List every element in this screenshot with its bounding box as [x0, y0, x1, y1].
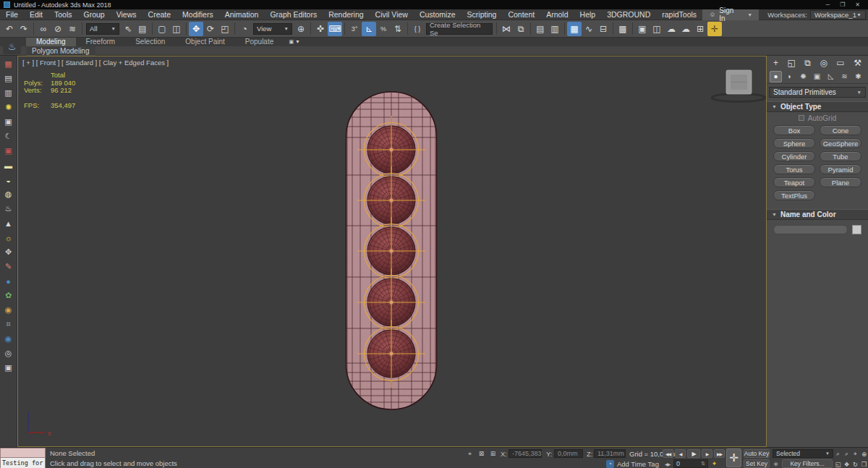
window-crossing-toggle-icon[interactable]: ◫	[169, 22, 184, 36]
redo-icon[interactable]: ↷	[17, 22, 31, 36]
light-lister-icon[interactable]: ✺	[2, 101, 15, 114]
menu-help[interactable]: Help	[574, 9, 602, 20]
render-setup-icon[interactable]: ▣	[635, 22, 650, 36]
render-iterative-icon[interactable]: ☁	[678, 22, 693, 36]
menu-rapidtools[interactable]: rapidTools	[656, 9, 702, 20]
paint-icon[interactable]: ✎	[2, 260, 15, 273]
plugin-button[interactable]: ✛	[707, 22, 722, 36]
selection-filter-dropdown[interactable]: All▼	[86, 23, 119, 35]
state-sets-icon[interactable]: ⊞	[693, 22, 707, 36]
menu-content[interactable]: Content	[502, 9, 540, 20]
menu-tools[interactable]: Tools	[48, 9, 78, 20]
menu-animation[interactable]: Animation	[219, 9, 265, 20]
sign-in-button[interactable]: ☺ Sign In ▼	[702, 9, 759, 20]
unlink-selection-icon[interactable]: ⊘	[51, 22, 65, 36]
object-type-button-pyramid[interactable]: Pyramid	[820, 164, 861, 174]
object-type-button-box[interactable]: Box	[773, 125, 815, 135]
key-mode-dropdown[interactable]: Selected ▼	[773, 449, 833, 458]
listener-script-row[interactable]: Testing for ;	[0, 458, 46, 468]
menu-group[interactable]: Group	[78, 9, 111, 20]
set-keys-button[interactable]: ✛	[726, 448, 741, 467]
box-primitive-icon[interactable]: ▬	[2, 159, 15, 171]
menu-file[interactable]: File	[0, 9, 24, 20]
cone-primitive-icon[interactable]: ▲	[2, 217, 15, 229]
curve-editor-icon[interactable]: ∿	[582, 22, 596, 36]
name-and-color-rollout-header[interactable]: ▼ Name and Color	[767, 209, 868, 220]
polygon-modeling-panel[interactable]: Polygon Modeling	[26, 46, 95, 56]
systems-category-icon[interactable]: ✱	[852, 71, 864, 82]
zoom-region-icon[interactable]: ◱	[834, 459, 842, 468]
dome-primitive-icon[interactable]: ◒	[2, 174, 15, 186]
menu-3dground[interactable]: 3DGROUND	[601, 9, 656, 20]
camera-lister-icon[interactable]: ▣	[2, 116, 15, 128]
select-and-scale-icon[interactable]: ◰	[218, 22, 232, 36]
menu-customize[interactable]: Customize	[414, 9, 461, 20]
menu-create[interactable]: Create	[142, 9, 177, 20]
object-type-button-sphere[interactable]: Sphere	[773, 138, 815, 148]
display-tab-icon[interactable]: ▭	[836, 58, 844, 68]
key-filters-button[interactable]: Key Filters...	[782, 459, 833, 468]
object-type-button-cone[interactable]: Cone	[820, 125, 861, 135]
use-pivot-center-icon[interactable]: ⊕	[294, 22, 308, 36]
spinner-snap-icon[interactable]: ⇅	[391, 22, 405, 36]
moon-icon[interactable]: ☾	[2, 130, 15, 142]
listener-macro-row[interactable]	[0, 448, 46, 458]
select-by-name-icon[interactable]: ▤	[135, 22, 150, 36]
close-button[interactable]: ✕	[855, 1, 860, 8]
object-type-button-torus[interactable]: Torus	[773, 164, 815, 174]
batch-render-icon[interactable]: ▤	[2, 72, 15, 85]
blue-sphere-icon[interactable]: ●	[2, 275, 15, 287]
ribbon-toggle-icon[interactable]: ▦	[567, 22, 582, 36]
go-to-end-button[interactable]: ▶▶	[714, 449, 725, 458]
subcategory-dropdown[interactable]: Standard Primitives ▼	[769, 87, 866, 98]
sun-icon[interactable]: ☼	[2, 231, 15, 244]
camera-red-icon[interactable]: ▣	[2, 145, 15, 157]
select-object-icon[interactable]: ⇖	[121, 22, 135, 36]
select-and-link-icon[interactable]: ∞	[36, 22, 51, 36]
isolate-selection-toggle[interactable]: ⌖	[465, 449, 475, 458]
blue-dot-icon[interactable]: ◉	[2, 333, 15, 345]
current-frame-field[interactable]: 0 ⇅	[673, 459, 708, 468]
select-and-rotate-icon[interactable]: ⟳	[203, 22, 218, 36]
object-name-input[interactable]	[773, 225, 848, 234]
select-and-place-icon[interactable]: ◔	[237, 22, 252, 36]
ribbon-tab-modeling[interactable]: Modeling	[26, 38, 76, 46]
select-and-manipulate-icon[interactable]: ✜	[313, 22, 328, 36]
named-selection-input[interactable]: Create Selection Se	[426, 23, 493, 35]
ribbon-overflow-icon[interactable]: ▣ ▼	[284, 38, 305, 46]
select-and-move-icon[interactable]: ✥	[189, 22, 203, 36]
move-tool-icon[interactable]: ✥	[2, 246, 15, 258]
grid-point-icon[interactable]: ⌗	[2, 318, 15, 331]
menu-arnold[interactable]: Arnold	[540, 9, 574, 20]
workspace-dropdown[interactable]: Workspace_1 ▼	[810, 10, 866, 20]
ribbon-tab-freeform[interactable]: Freeform	[76, 38, 126, 46]
viewport[interactable]: [ + ] [ Front ] [ Standard ] [ Clay + Ed…	[17, 56, 767, 447]
menu-scripting[interactable]: Scripting	[461, 9, 503, 20]
shapes-category-icon[interactable]: ◗	[783, 71, 796, 82]
percent-snap-icon[interactable]: %	[376, 22, 391, 36]
layer-manager-icon[interactable]: ▤	[533, 22, 548, 36]
x-coord-field[interactable]: -7645,383	[509, 449, 542, 458]
create-tab-icon[interactable]: +	[773, 58, 778, 68]
key-step-toggle-icon[interactable]: ◀▶	[663, 459, 672, 468]
population-icon[interactable]: ◉	[2, 304, 15, 316]
rendered-frame-icon[interactable]: ◫	[650, 22, 664, 36]
selection-lock-toggle[interactable]: ⊠	[477, 449, 486, 458]
eye-icon[interactable]: ◎	[2, 347, 15, 359]
set-key-button[interactable]: Set Key	[744, 459, 770, 468]
maxscript-mini-listener[interactable]: Testing for ;	[0, 448, 46, 468]
lights-category-icon[interactable]: ✺	[797, 71, 809, 82]
space-warps-category-icon[interactable]: ≋	[838, 71, 851, 82]
align-icon[interactable]: ⧉	[514, 22, 528, 36]
hierarchy-tab-icon[interactable]: ⧉	[804, 58, 811, 68]
angle-snap-icon[interactable]: ⊾	[362, 22, 376, 36]
object-type-button-textplus[interactable]: TextPlus	[773, 190, 815, 200]
zoom-icon[interactable]: ⌕	[834, 449, 842, 459]
foliage-icon[interactable]: ✿	[2, 289, 15, 302]
material-editor-icon[interactable]: ▩	[616, 22, 630, 36]
object-color-swatch[interactable]	[852, 225, 861, 234]
add-time-tag[interactable]: ◔ Add Time Tag	[606, 460, 659, 468]
edit-named-selections-icon[interactable]: { }	[410, 22, 425, 36]
menu-modifiers[interactable]: Modifiers	[176, 9, 219, 20]
teapot-logo-icon[interactable]: ♨	[3, 39, 21, 54]
